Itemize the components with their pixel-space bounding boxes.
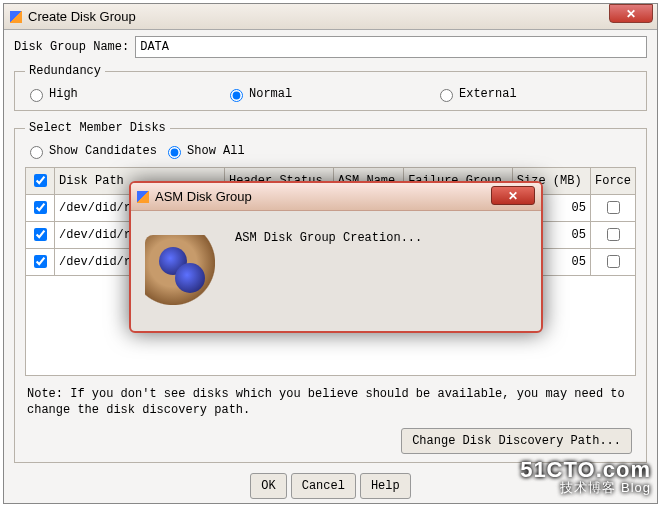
redundancy-normal-option[interactable]: Normal bbox=[225, 86, 435, 102]
close-icon: ✕ bbox=[508, 189, 518, 203]
redundancy-legend: Redundancy bbox=[25, 64, 105, 78]
app-icon bbox=[10, 11, 22, 23]
discovery-note: Note: If you don't see disks which you b… bbox=[27, 386, 634, 418]
window-close-button[interactable]: ✕ bbox=[609, 4, 653, 23]
show-all-radio[interactable] bbox=[168, 146, 181, 159]
dialog-app-icon bbox=[137, 191, 149, 203]
force-checkbox[interactable] bbox=[607, 255, 620, 268]
col-select-all[interactable] bbox=[26, 168, 55, 195]
watermark-line1: 51CTO.com bbox=[520, 461, 651, 479]
force-checkbox[interactable] bbox=[607, 201, 620, 214]
row-checkbox[interactable] bbox=[34, 255, 47, 268]
cancel-button[interactable]: Cancel bbox=[291, 473, 356, 499]
ok-button[interactable]: OK bbox=[250, 473, 286, 499]
col-force[interactable]: Force bbox=[590, 168, 635, 195]
redundancy-external-radio[interactable] bbox=[440, 89, 453, 102]
create-disk-group-window: Create Disk Group ✕ Disk Group Name: Red… bbox=[3, 3, 658, 504]
members-legend: Select Member Disks bbox=[25, 121, 170, 135]
row-checkbox[interactable] bbox=[34, 201, 47, 214]
progress-gear-icon bbox=[145, 235, 215, 305]
redundancy-high-label: High bbox=[49, 87, 78, 101]
dialog-title: ASM Disk Group bbox=[155, 189, 252, 204]
disk-group-name-label: Disk Group Name: bbox=[14, 40, 129, 54]
redundancy-normal-radio[interactable] bbox=[230, 89, 243, 102]
redundancy-external-option[interactable]: External bbox=[435, 86, 517, 102]
show-candidates-option[interactable]: Show Candidates bbox=[25, 143, 157, 159]
close-icon: ✕ bbox=[626, 7, 636, 21]
window-title: Create Disk Group bbox=[28, 9, 136, 24]
disk-group-name-input[interactable] bbox=[135, 36, 647, 58]
window-titlebar[interactable]: Create Disk Group bbox=[4, 4, 657, 30]
show-candidates-radio[interactable] bbox=[30, 146, 43, 159]
show-all-option[interactable]: Show All bbox=[163, 143, 245, 159]
watermark: 51CTO.com 技术博客 Blog bbox=[520, 461, 651, 497]
show-all-label: Show All bbox=[187, 144, 245, 158]
redundancy-external-label: External bbox=[459, 87, 517, 101]
row-checkbox[interactable] bbox=[34, 228, 47, 241]
help-button[interactable]: Help bbox=[360, 473, 411, 499]
change-discovery-path-button[interactable]: Change Disk Discovery Path... bbox=[401, 428, 632, 454]
dialog-message: ASM Disk Group Creation... bbox=[235, 225, 422, 245]
redundancy-group: Redundancy High Normal External bbox=[14, 64, 647, 111]
force-checkbox[interactable] bbox=[607, 228, 620, 241]
show-candidates-label: Show Candidates bbox=[49, 144, 157, 158]
select-all-checkbox[interactable] bbox=[34, 174, 47, 187]
redundancy-high-option[interactable]: High bbox=[25, 86, 225, 102]
redundancy-high-radio[interactable] bbox=[30, 89, 43, 102]
dialog-titlebar[interactable]: ASM Disk Group bbox=[131, 183, 541, 211]
asm-disk-group-dialog: ASM Disk Group ✕ ASM Disk Group Creation… bbox=[129, 181, 543, 333]
redundancy-normal-label: Normal bbox=[249, 87, 292, 101]
dialog-close-button[interactable]: ✕ bbox=[491, 186, 535, 205]
